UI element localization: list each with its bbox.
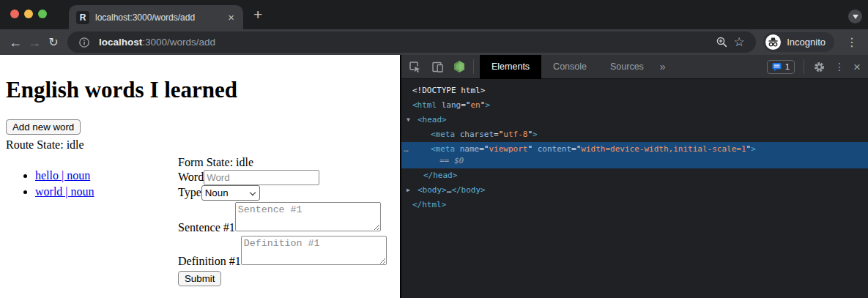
device-toolbar-icon[interactable] bbox=[431, 61, 444, 73]
code-token bbox=[455, 144, 460, 154]
new-tab-button[interactable]: + bbox=[253, 6, 262, 23]
word-label: Word bbox=[178, 171, 204, 183]
type-label: Type bbox=[178, 186, 201, 198]
tab-close-icon[interactable]: × bbox=[226, 12, 236, 23]
bookmark-star-icon[interactable]: ☆ bbox=[730, 34, 748, 50]
code-line[interactable]: </head> bbox=[401, 168, 868, 183]
tab-elements[interactable]: Elements bbox=[480, 55, 541, 79]
code-token: </html> bbox=[412, 200, 446, 209]
web-page: English words I learned Add new word Rou… bbox=[0, 55, 400, 298]
tab-title: localhost:3000/words/add bbox=[95, 12, 226, 23]
toolbar-divider bbox=[473, 59, 474, 74]
back-button[interactable]: ← bbox=[6, 33, 25, 52]
tab-console[interactable]: Console bbox=[541, 55, 598, 79]
incognito-label: Incognito bbox=[787, 37, 826, 48]
devtools-close-icon[interactable]: × bbox=[853, 61, 861, 73]
code-token: <!DOCTYPE html> bbox=[412, 86, 485, 95]
code-line[interactable]: <meta charset="utf-8"> bbox=[401, 127, 868, 142]
code-line[interactable]: == $0 bbox=[401, 157, 868, 168]
close-window-button[interactable] bbox=[10, 10, 19, 18]
code-line[interactable]: <!DOCTYPE html> bbox=[401, 83, 868, 98]
collapse-arrow-icon[interactable]: ▶ bbox=[407, 183, 410, 198]
words-list: hello | noun world | noun bbox=[6, 168, 178, 286]
dt-code: <!DOCTYPE html><html lang="en">▼<head><m… bbox=[401, 79, 868, 212]
code-token: charset bbox=[460, 130, 494, 139]
submit-button[interactable]: Submit bbox=[178, 271, 221, 286]
code-token: </body> bbox=[451, 185, 485, 195]
code-token: =" bbox=[461, 100, 470, 110]
submit-row: Submit bbox=[178, 271, 387, 286]
minimize-window-button[interactable] bbox=[24, 10, 33, 18]
code-line[interactable]: ▼<head> bbox=[401, 113, 868, 127]
list-item: world | noun bbox=[35, 184, 178, 200]
list-item: hello | noun bbox=[35, 168, 178, 184]
code-token: <html bbox=[412, 100, 437, 110]
code-token: > bbox=[533, 130, 538, 139]
issues-badge[interactable]: 1 bbox=[767, 60, 795, 74]
code-token: content bbox=[538, 144, 571, 154]
inspect-element-icon[interactable] bbox=[409, 61, 421, 73]
remix-favicon-icon: R bbox=[76, 11, 89, 24]
code-token: =" bbox=[571, 144, 581, 154]
code-token: </head> bbox=[423, 171, 457, 180]
type-select[interactable]: Noun bbox=[201, 185, 260, 201]
node-icon[interactable] bbox=[453, 60, 466, 73]
more-tabs-icon[interactable]: » bbox=[660, 61, 666, 72]
devtools-panel: Elements Console Sources » 1 ⋮ × bbox=[401, 55, 868, 298]
code-token: > bbox=[751, 144, 756, 154]
word-link[interactable]: hello | noun bbox=[35, 169, 90, 182]
code-token: <head> bbox=[418, 115, 447, 124]
page-info-icon[interactable] bbox=[75, 37, 93, 48]
expand-arrow-icon[interactable]: ▼ bbox=[407, 113, 410, 127]
traffic-lights bbox=[10, 10, 47, 18]
code-token: == bbox=[439, 156, 454, 165]
type-row: TypeNoun bbox=[178, 185, 387, 201]
browser-tab[interactable]: R localhost:3000/words/add × bbox=[69, 5, 243, 29]
reload-button[interactable]: ↻ bbox=[44, 33, 63, 52]
issues-count: 1 bbox=[785, 62, 790, 71]
add-word-row: Add new word bbox=[6, 119, 394, 135]
code-token: =" bbox=[494, 130, 503, 139]
tab-search-button[interactable] bbox=[848, 10, 862, 23]
settings-gear-icon[interactable] bbox=[813, 61, 826, 73]
add-word-form: Form State: idle Word TypeNoun Sentence … bbox=[178, 154, 387, 286]
zoom-icon[interactable] bbox=[713, 36, 730, 48]
type-select-wrap: Noun bbox=[201, 185, 260, 201]
devtools-toolbar: Elements Console Sources » 1 ⋮ × bbox=[401, 55, 868, 79]
word-link[interactable]: world | noun bbox=[35, 185, 94, 198]
url-text[interactable]: localhost:3000/words/add bbox=[99, 37, 215, 48]
code-token: " bbox=[527, 144, 537, 154]
code-token: <meta bbox=[431, 130, 455, 139]
sentence-textarea[interactable] bbox=[235, 202, 381, 231]
toolbar-divider bbox=[804, 59, 804, 74]
form-state-text: Form State: idle bbox=[178, 154, 387, 170]
code-line[interactable]: …<meta name="viewport" content="width=de… bbox=[401, 142, 868, 157]
fullscreen-window-button[interactable] bbox=[38, 10, 47, 18]
code-token: <body> bbox=[418, 185, 447, 195]
add-new-word-button[interactable]: Add new word bbox=[6, 119, 81, 135]
tab-sources[interactable]: Sources bbox=[598, 55, 656, 79]
word-input[interactable] bbox=[204, 170, 319, 185]
incognito-badge[interactable]: Incognito bbox=[763, 32, 834, 52]
url-host: localhost bbox=[99, 37, 142, 48]
definition-row: Definition #1 bbox=[178, 234, 387, 268]
code-token: <meta bbox=[431, 144, 455, 154]
address-bar[interactable]: localhost:3000/words/add ☆ bbox=[67, 31, 756, 53]
devtools-menu-icon[interactable]: ⋮ bbox=[834, 61, 845, 72]
code-token bbox=[455, 130, 460, 139]
code-token: name bbox=[460, 144, 480, 154]
browser-menu-icon[interactable]: ⋮ bbox=[842, 35, 862, 49]
code-line[interactable]: <html lang="en"> bbox=[401, 98, 868, 113]
sentence-label: Sentence #1 bbox=[178, 221, 235, 234]
devtools-toolbar-right: ⋮ × bbox=[795, 59, 868, 74]
definition-textarea[interactable] bbox=[241, 236, 387, 265]
code-token: width=device-width,initial-scale=1 bbox=[581, 144, 746, 154]
line-options-icon[interactable]: … bbox=[404, 142, 409, 157]
code-line[interactable]: ▶<body>…</body> bbox=[401, 183, 868, 198]
definition-label: Definition #1 bbox=[178, 255, 241, 267]
code-token bbox=[437, 100, 442, 110]
forward-button[interactable]: → bbox=[25, 33, 44, 52]
content-columns: hello | noun world | noun Form State: id… bbox=[6, 152, 394, 286]
code-line[interactable]: </html> bbox=[401, 198, 868, 212]
word-row: Word bbox=[178, 170, 387, 185]
